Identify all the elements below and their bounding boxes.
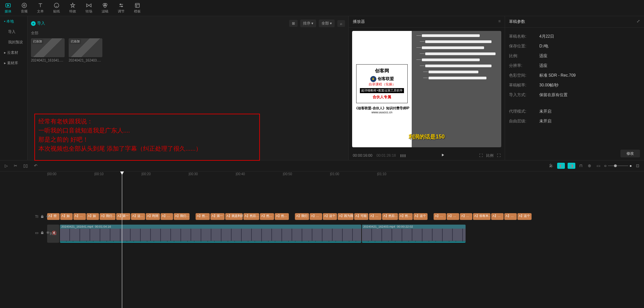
link-icon[interactable]: ⊕ [586,163,592,169]
subtitle-clip[interactable]: A】然… [260,213,274,220]
modify-button[interactable]: 修改 [620,150,640,157]
subtitle-clip[interactable] [290,213,294,220]
media-thumb[interactable]: 已添加 20240421_162403.mp4 [69,38,102,62]
subtitle-track-controls[interactable]: TI 🔒︎ 👁 [35,215,65,219]
subtitle-clip[interactable]: A】… [369,213,381,220]
tool-text[interactable]: 文本 [32,0,48,16]
video-clip[interactable]: 20240421_161641.mp4 00:01:04:16 [60,225,361,243]
ruler-tick: |00:20 [141,172,151,176]
subtitle-clip[interactable]: A】你有木… [473,213,490,220]
subtitle-clip[interactable]: A】就是利润 [225,213,243,220]
auto-caption-icon-2[interactable]: ◨ [568,163,575,169]
tool-effect[interactable]: 特效 [65,0,81,16]
subtitle-clip[interactable]: A】我们… [174,213,190,220]
tool-media[interactable]: 媒体 [0,0,16,16]
crop-icon[interactable]: ⛶ [479,153,483,157]
subtitle-clip[interactable]: A】… [447,213,459,220]
subtitle-clip[interactable]: A】这个 [323,213,337,220]
player-markers-icon[interactable]: ▮▮▮ [400,153,406,158]
subtitle-clip[interactable] [428,213,433,220]
zoom-in-icon[interactable]: ● [630,163,632,168]
video-clip[interactable]: 20240421_162403.mp4 00:00:22:02 [362,225,466,243]
search-button[interactable]: ⌕ [337,20,345,27]
cut-tool[interactable]: ✂ [12,163,19,169]
subtitle-clip[interactable]: A】这… [131,213,145,220]
subtitle-clip[interactable]: A】第一 [116,213,130,220]
subtitle-clip[interactable]: A】… [504,213,517,220]
subtitle-clip[interactable]: A】第一 [210,213,225,220]
import-button[interactable]: + 导入 [31,21,45,26]
fullscreen-icon[interactable]: ⛶ [497,153,501,157]
lock-icon[interactable]: 🔒︎ [40,215,44,219]
subtitle-clip[interactable]: A】… [310,213,322,220]
sidebar-local[interactable]: 本地 [0,16,27,27]
player-title: 播放器 [353,19,365,25]
subtitle-clip[interactable]: A】然… [275,213,289,220]
play-button[interactable] [440,153,445,158]
subtitle-clip[interactable]: A】这个 [413,213,428,220]
sidebar-library[interactable]: ▸ 素材库 [0,58,27,68]
sidebar-import[interactable]: 导入 [0,27,27,37]
subtitle-clip[interactable]: A】这个 [517,213,532,220]
mute-icon[interactable]: 🔇 [52,231,57,235]
subtitle-clip[interactable]: A】然… [196,213,210,220]
subtitle-clip[interactable]: A】… [460,213,472,220]
eye-icon[interactable]: 👁 [46,215,50,219]
tool-filter[interactable]: 滤镜 [97,0,113,16]
subtitle-clip[interactable]: A】我们… [100,213,115,220]
subtitle-clip[interactable]: A】然后… [382,213,398,220]
sort-button[interactable]: 排序 ▾ [300,20,316,27]
tool-transition[interactable]: 转场 [81,0,97,16]
auto-caption-icon[interactable]: ◧ [557,163,565,169]
fit-icon[interactable]: ⊡ [635,163,641,169]
subtitle-clip[interactable]: A】如 [87,213,99,220]
split-tool[interactable]: ▯▯ [22,163,29,169]
undo-icon[interactable]: ↶ [33,163,39,169]
media-thumb[interactable]: 已添加 20240421_161641.mp4 [31,38,65,62]
svg-rect-9 [135,3,139,7]
media-breadcrumb[interactable]: 全部 [31,31,345,36]
mic-icon[interactable]: 🎤︎ [548,163,554,169]
zoom-slider[interactable]: ○ ● [604,163,632,168]
player-menu-icon[interactable]: ≡ [498,19,501,25]
svg-point-2 [24,4,25,6]
pointer-tool[interactable]: ▷ [3,163,9,169]
player-panel: 播放器 ≡ 创客网 ♛创客联盟 自录课程（实操） 超详细教程+配套运营工具软件 … [348,16,505,160]
expand-icon[interactable]: ⤢ [637,19,640,25]
view-grid-button[interactable]: ⊞ [289,20,298,27]
playhead[interactable] [122,171,122,308]
lock-icon[interactable]: 🔒︎ [40,231,44,235]
tool-template[interactable]: 模板 [129,0,145,16]
sidebar-cloud[interactable]: ▸ 云素材 [0,47,27,58]
tool-adjust[interactable]: 调节 [113,0,129,16]
timeline-ruler[interactable]: |00:00|00:10|00:20|00:30|00:40|00:50|01:… [0,171,644,178]
zoom-out-icon[interactable]: ○ [604,163,607,168]
subtitle-clip[interactable]: A】因为我 [338,213,353,220]
preview-icon[interactable]: ▭ [595,163,602,169]
timeline[interactable]: |00:00|00:10|00:20|00:30|00:40|00:50|01:… [0,171,644,308]
subtitle-track[interactable]: A】些A】如A】…A】如A】我们…A】第一A】这…A】利润A】…A】我们…A】然… [34,213,532,220]
subtitle-clip[interactable]: A】然… [399,213,413,220]
filter-all-button[interactable]: 全部 ▾ [319,20,335,27]
subtitle-clip[interactable]: A】… [491,213,504,220]
subtitle-clip[interactable]: A】我们 [295,213,309,220]
subtitle-clip[interactable] [190,213,195,220]
ratio-button[interactable]: 比例 [486,153,494,158]
tool-audio[interactable]: 音频 [16,0,32,16]
player-time-current: 00:00:16:00 [353,153,372,157]
subtitle-clip[interactable]: A】然后… [243,213,259,220]
ruler-tick: |00:50 [283,172,292,176]
tool-sticker[interactable]: 贴纸 [48,0,65,16]
subtitle-clip[interactable]: A】可能 [354,213,368,220]
ruler-tick: |01:00 [330,172,339,176]
subtitle-clip[interactable]: A】… [161,213,173,220]
video-track[interactable]: 封面 20240421_161641.mp4 00:01:04:16 20240… [34,225,644,243]
sidebar-presets[interactable]: 我的预设 [0,37,27,47]
player-viewport[interactable]: 创客网 ♛创客联盟 自录课程（实操） 超详细教程+配套运营工具软件 合伙人专属 … [352,31,501,147]
ruler-tick: |00:10 [94,172,104,176]
eye-icon[interactable]: 👁 [46,231,50,235]
subtitle-clip[interactable]: A】… [73,213,86,220]
subtitle-clip[interactable]: A】… [434,213,446,220]
magnet-icon[interactable]: ⊓ [578,163,584,169]
subtitle-clip[interactable]: A】利润 [146,213,160,220]
